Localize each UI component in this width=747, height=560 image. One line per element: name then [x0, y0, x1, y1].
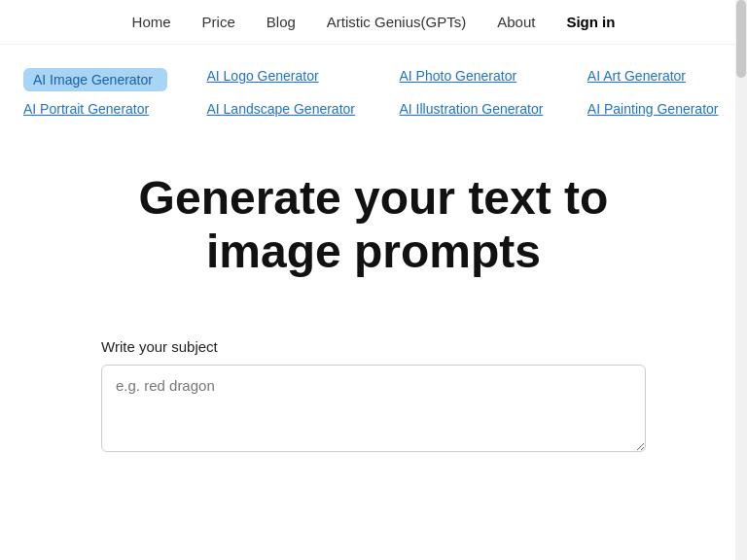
navbar: Home Price Blog Artistic Genius(GPTs) Ab… — [0, 0, 747, 45]
ai-painting-generator-link[interactable]: AI Painting Generator — [587, 101, 724, 117]
subject-label: Write your subject — [101, 338, 646, 355]
ai-illustration-generator-link[interactable]: AI Illustration Generator — [400, 101, 549, 117]
form-section: Write your subject — [82, 338, 665, 456]
nav-home[interactable]: Home — [132, 14, 171, 30]
ai-landscape-generator-link[interactable]: AI Landscape Generator — [206, 101, 360, 117]
hero-section: Generate your text to image prompts — [0, 132, 747, 338]
scrollbar-thumb — [736, 0, 746, 78]
nav-about[interactable]: About — [497, 14, 535, 30]
nav-artistic-genius[interactable]: Artistic Genius(GPTs) — [327, 14, 466, 30]
scrollbar-track — [735, 0, 747, 560]
page-wrapper: Home Price Blog Artistic Genius(GPTs) Ab… — [0, 0, 747, 456]
ai-portrait-generator-link[interactable]: AI Portrait Generator — [23, 101, 167, 117]
nav-blog[interactable]: Blog — [267, 14, 296, 30]
ai-photo-generator-link[interactable]: AI Photo Generator — [400, 68, 549, 91]
subject-textarea[interactable] — [101, 365, 646, 452]
nav-signin[interactable]: Sign in — [566, 14, 615, 30]
hero-title: Generate your text to image prompts — [82, 171, 665, 278]
ai-logo-generator-link[interactable]: AI Logo Generator — [206, 68, 360, 91]
generator-links-grid: AI Image Generator AI Logo Generator AI … — [4, 45, 743, 132]
nav-price[interactable]: Price — [202, 14, 235, 30]
ai-image-generator-link[interactable]: AI Image Generator — [23, 68, 167, 91]
ai-art-generator-link[interactable]: AI Art Generator — [587, 68, 724, 91]
